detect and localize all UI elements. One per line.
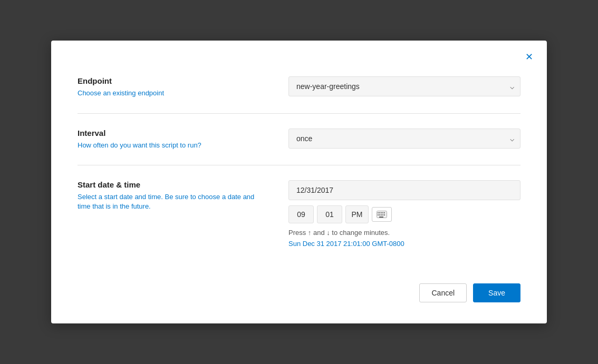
interval-section-right: once hourly daily weekly ⌵ (288, 129, 520, 149)
save-button[interactable]: Save (473, 283, 520, 302)
svg-rect-11 (379, 217, 383, 218)
modal-footer: Cancel Save (78, 278, 520, 302)
time-hint: Press ↑ and ↓ to change minutes. (288, 229, 520, 237)
datetime-title: Start date & time (78, 180, 267, 189)
endpoint-section-left: Endpoint Choose an existing endpoint (78, 76, 267, 98)
endpoint-dropdown[interactable]: new-year-greetings option-2 option-3 (288, 76, 520, 96)
interval-title: Interval (78, 129, 267, 137)
time-row (288, 205, 520, 223)
interval-dropdown[interactable]: once hourly daily weekly (288, 129, 520, 149)
start-datetime-section: Start date & time Select a start date an… (78, 165, 520, 262)
svg-rect-5 (384, 212, 385, 213)
cancel-button[interactable]: Cancel (419, 283, 467, 302)
endpoint-dropdown-wrapper: new-year-greetings option-2 option-3 ⌵ (288, 76, 520, 96)
keyboard-icon-button[interactable] (372, 207, 392, 222)
interval-section: Interval How often do you want this scri… (78, 113, 520, 165)
datetime-subtitle: Select a start date and time. Be sure to… (78, 192, 267, 211)
modal-overlay: ✕ Endpoint Choose an existing endpoint n… (0, 0, 598, 364)
time-ampm-input[interactable] (345, 205, 369, 223)
interval-subtitle: How often do you want this script to run… (78, 141, 267, 150)
endpoint-section: Endpoint Choose an existing endpoint new… (78, 62, 520, 113)
svg-rect-6 (378, 214, 379, 215)
svg-rect-9 (382, 214, 383, 215)
time-minute-input[interactable] (317, 205, 342, 223)
svg-rect-3 (381, 212, 382, 213)
svg-rect-10 (384, 214, 385, 215)
svg-rect-7 (379, 214, 380, 215)
interval-section-left: Interval How often do you want this scri… (78, 129, 267, 150)
datetime-section-right: Press ↑ and ↓ to change minutes. Sun Dec… (288, 180, 520, 248)
endpoint-section-right: new-year-greetings option-2 option-3 ⌵ (288, 76, 520, 96)
svg-rect-4 (382, 212, 383, 213)
interval-dropdown-wrapper: once hourly daily weekly ⌵ (288, 129, 520, 149)
time-hour-input[interactable] (288, 205, 314, 223)
endpoint-subtitle: Choose an existing endpoint (78, 88, 267, 98)
svg-rect-2 (379, 212, 380, 213)
endpoint-title: Endpoint (78, 76, 267, 85)
modal-dialog: ✕ Endpoint Choose an existing endpoint n… (51, 41, 547, 323)
datetime-section-left: Start date & time Select a start date an… (78, 180, 267, 211)
svg-rect-8 (381, 214, 382, 215)
keyboard-icon (377, 211, 387, 218)
datetime-display: Sun Dec 31 2017 21:01:00 GMT-0800 (288, 240, 520, 248)
svg-rect-1 (378, 212, 379, 213)
date-input[interactable] (288, 180, 520, 200)
close-button[interactable]: ✕ (523, 50, 535, 64)
